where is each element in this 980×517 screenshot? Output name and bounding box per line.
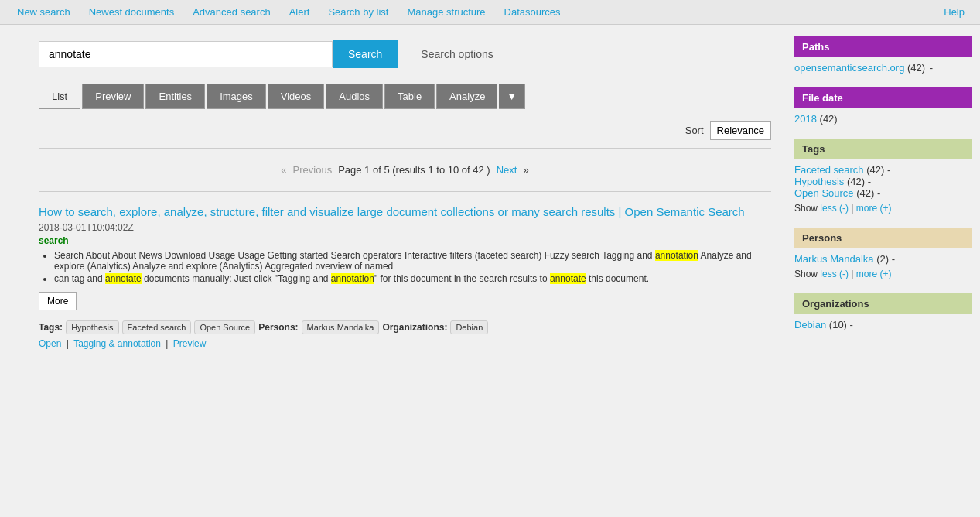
search-button[interactable]: Search	[333, 40, 398, 68]
more-button[interactable]: More	[39, 292, 77, 310]
tags-label: Tags:	[39, 322, 63, 333]
tag-open-source[interactable]: Open Source	[194, 320, 255, 334]
sidebar-file-date: File date 2018 (42)	[794, 87, 972, 129]
sidebar-persons: Persons Markus Mandalka (2) - Show less …	[794, 228, 972, 284]
tag-hypothesis[interactable]: Hypothesis	[66, 320, 118, 334]
previous-link[interactable]: Previous	[293, 164, 333, 176]
tags-show-more: Show less (-) | more (+)	[794, 203, 972, 214]
top-navigation: New search Newest documents Advanced sea…	[0, 0, 980, 25]
path-opensemantic[interactable]: opensemanticsearch.org	[794, 62, 904, 74]
paths-content: opensemanticsearch.org (42) -	[794, 57, 972, 78]
next-link[interactable]: Next	[497, 164, 517, 176]
sidebar-organizations: Organizations Debian (10) -	[794, 293, 972, 335]
sort-select[interactable]: Relevance	[710, 121, 771, 140]
snippet-1: Search About About News Download Usage U…	[54, 250, 771, 272]
tab-analyze[interactable]: Analyze	[436, 84, 497, 109]
file-date-content: 2018 (42)	[794, 108, 972, 129]
page-info: Page 1 of 5 (results 1 to 10 of 42 )	[338, 164, 490, 176]
view-tabs: List Preview Entities Images Videos Audi…	[39, 84, 771, 109]
search-options-label[interactable]: Search options	[421, 48, 493, 60]
path-dash: -	[930, 62, 933, 74]
tags-content: Faceted search (42) - Hypothesis (42) - …	[794, 159, 972, 218]
highlight-annotation-2: annotation	[331, 273, 374, 284]
result-search-label: search	[39, 235, 771, 246]
tag-faceted-dash: -	[887, 164, 890, 176]
tag-hyp-dash: -	[868, 176, 871, 187]
tag-faceted-search-row: Faceted search (42) -	[794, 164, 972, 176]
date-count-val: (42)	[820, 113, 838, 125]
result-tags: Tags: Hypothesis Faceted search Open Sou…	[39, 320, 771, 334]
pagination: « Previous Page 1 of 5 (results 1 to 10 …	[39, 156, 771, 183]
nav-advanced-search[interactable]: Advanced search	[183, 6, 279, 18]
action-open[interactable]: Open	[39, 338, 61, 349]
tab-list[interactable]: List	[39, 84, 80, 109]
sidebar-org-debian[interactable]: Debian	[794, 319, 826, 330]
person-markus-row: Markus Mandalka (2) -	[794, 253, 972, 265]
result-actions: Open | Tagging & annotation | Preview	[39, 338, 771, 349]
sort-area: Sort Relevance	[39, 121, 771, 140]
main-layout: annotate Search Search options List Prev…	[0, 25, 980, 376]
sidebar-person-markus[interactable]: Markus Mandalka	[794, 253, 874, 265]
action-tagging[interactable]: Tagging & annotation	[73, 338, 161, 349]
result-snippets: Search About About News Download Usage U…	[54, 250, 771, 284]
sidebar-tags: Tags Faceted search (42) - Hypothesis (4…	[794, 139, 972, 218]
tab-preview[interactable]: Preview	[82, 84, 144, 109]
tag-opensource-row: Open Source (42) -	[794, 187, 972, 199]
org-count-val: (10)	[829, 319, 847, 330]
highlight-annotate-2: annotate	[550, 273, 586, 284]
nav-alert[interactable]: Alert	[280, 6, 319, 18]
tab-audios[interactable]: Audios	[326, 84, 383, 109]
sidebar-tag-hypothesis[interactable]: Hypothesis	[794, 176, 844, 187]
action-separator-1: |	[67, 338, 71, 349]
result-item: How to search, explore, analyze, structu…	[39, 204, 771, 349]
organizations-content: Debian (10) -	[794, 314, 972, 335]
action-preview[interactable]: Preview	[173, 338, 207, 349]
tab-table[interactable]: Table	[384, 84, 435, 109]
persons-label: Persons:	[258, 322, 298, 333]
analyze-dropdown-arrow[interactable]: ▼	[499, 84, 525, 109]
search-bar: annotate Search Search options	[39, 40, 771, 68]
persons-content: Markus Mandalka (2) - Show less (-) | mo…	[794, 248, 972, 284]
tab-entities[interactable]: Entities	[145, 84, 205, 109]
org-debian-row: Debian (10) -	[794, 319, 972, 330]
person-markus[interactable]: Markus Mandalka	[302, 320, 380, 334]
tag-os-count-val: (42)	[856, 187, 874, 199]
result-date: 2018-03-01T10:04:02Z	[39, 222, 771, 233]
persons-show-more: Show less (-) | more (+)	[794, 269, 972, 279]
search-input[interactable]: annotate	[39, 41, 333, 67]
sidebar-paths: Paths opensemanticsearch.org (42) -	[794, 36, 972, 78]
action-separator-2: |	[166, 338, 170, 349]
tags-show-more-link[interactable]: more (+)	[856, 203, 892, 214]
left-content: annotate Search Search options List Prev…	[0, 25, 787, 376]
sidebar-tag-opensource[interactable]: Open Source	[794, 187, 854, 199]
next-arrow: »	[523, 164, 528, 176]
nav-help[interactable]: Help	[936, 6, 972, 18]
snippet-2: can tag and annotate documents manually:…	[54, 273, 771, 284]
sidebar-tag-faceted-search[interactable]: Faceted search	[794, 164, 864, 176]
prev-disabled: «	[281, 164, 286, 176]
path-count-val: (42)	[907, 62, 925, 74]
highlight-annotation: annotation	[655, 250, 698, 261]
tag-os-dash: -	[877, 187, 880, 199]
nav-datasources[interactable]: Datasources	[495, 6, 570, 18]
nav-new-search[interactable]: New search	[8, 6, 80, 18]
persons-show-less-link[interactable]: less (-)	[820, 269, 849, 279]
nav-newest-documents[interactable]: Newest documents	[80, 6, 184, 18]
org-debian[interactable]: Debian	[450, 320, 488, 334]
nav-manage-structure[interactable]: Manage structure	[398, 6, 494, 18]
result-title[interactable]: How to search, explore, analyze, structu…	[39, 205, 745, 218]
divider-mid	[39, 191, 771, 192]
organizations-label: Organizations:	[382, 322, 447, 333]
tag-hypothesis-row: Hypothesis (42) -	[794, 176, 972, 187]
date-2018[interactable]: 2018	[794, 113, 817, 125]
tags-show-less-link[interactable]: less (-)	[820, 203, 849, 214]
tab-videos[interactable]: Videos	[268, 84, 325, 109]
right-sidebar: Paths opensemanticsearch.org (42) - File…	[787, 25, 980, 376]
persons-header: Persons	[794, 228, 972, 248]
tag-faceted-search[interactable]: Faceted search	[122, 320, 192, 334]
nav-search-by-list[interactable]: Search by list	[319, 6, 398, 18]
tab-images[interactable]: Images	[207, 84, 266, 109]
persons-show-more-link[interactable]: more (+)	[856, 269, 892, 279]
organizations-header: Organizations	[794, 293, 972, 314]
tags-header: Tags	[794, 139, 972, 159]
